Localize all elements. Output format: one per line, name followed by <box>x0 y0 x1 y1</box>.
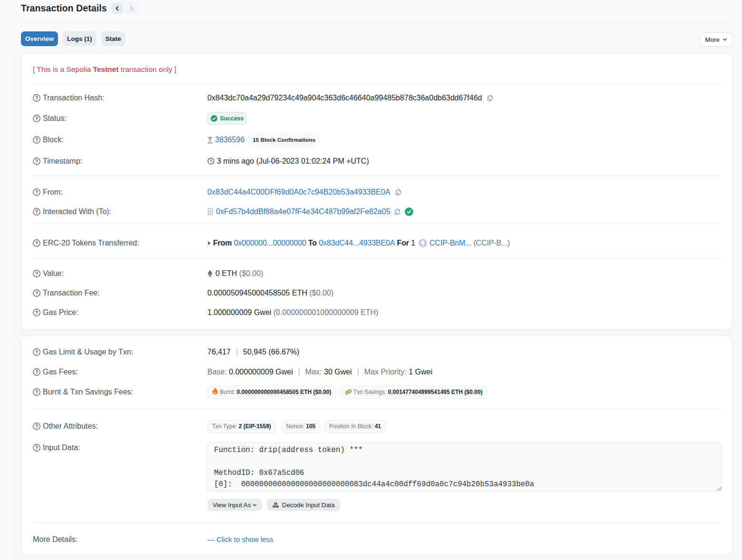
svg-text:?: ? <box>35 390 38 395</box>
svg-text:?: ? <box>35 290 38 295</box>
svg-text:?: ? <box>35 240 38 246</box>
svg-text:?: ? <box>35 370 38 375</box>
svg-text:?: ? <box>35 116 38 121</box>
svg-text:?: ? <box>35 445 38 451</box>
svg-text:?: ? <box>35 138 38 143</box>
svg-text:?: ? <box>35 209 38 214</box>
svg-text:?: ? <box>35 189 38 195</box>
svg-text:?: ? <box>35 95 38 100</box>
svg-text:?: ? <box>35 424 38 429</box>
svg-text:?: ? <box>35 271 38 276</box>
svg-text:?: ? <box>35 310 38 315</box>
svg-text:?: ? <box>35 350 38 355</box>
svg-text:?: ? <box>35 158 38 164</box>
